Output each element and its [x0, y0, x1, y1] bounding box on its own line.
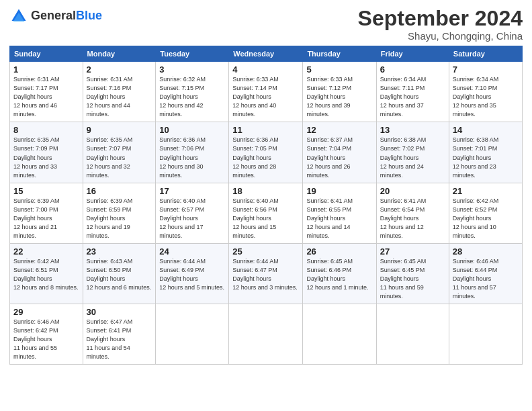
table-row: 25Sunrise: 6:44 AMSunset: 6:47 PMDayligh… — [229, 243, 303, 304]
day-number: 29 — [13, 307, 79, 317]
day-info: Sunrise: 6:43 AMSunset: 6:50 PMDaylight … — [87, 257, 152, 292]
calendar-week-row: 1Sunrise: 6:31 AMSunset: 7:17 PMDaylight… — [10, 62, 523, 122]
table-row: 20Sunrise: 6:41 AMSunset: 6:54 PMDayligh… — [376, 183, 449, 243]
day-number: 25 — [232, 246, 299, 257]
day-info: Sunrise: 6:35 AMSunset: 7:09 PMDaylight … — [13, 136, 79, 179]
day-number: 17 — [159, 186, 225, 196]
day-number: 8 — [13, 125, 79, 135]
table-row: 1Sunrise: 6:31 AMSunset: 7:17 PMDaylight… — [10, 62, 83, 122]
day-info: Sunrise: 6:40 AMSunset: 6:56 PMDaylight … — [232, 197, 299, 240]
col-tuesday: Tuesday — [156, 46, 229, 62]
calendar-header-row: Sunday Monday Tuesday Wednesday Thursday… — [10, 46, 523, 62]
day-number: 12 — [306, 125, 372, 135]
table-row — [303, 304, 376, 365]
table-row: 21Sunrise: 6:42 AMSunset: 6:52 PMDayligh… — [449, 183, 522, 243]
table-row — [229, 304, 303, 365]
table-row: 7Sunrise: 6:34 AMSunset: 7:10 PMDaylight… — [449, 62, 522, 122]
table-row: 2Sunrise: 6:31 AMSunset: 7:16 PMDaylight… — [83, 62, 156, 122]
table-row: 16Sunrise: 6:39 AMSunset: 6:59 PMDayligh… — [83, 183, 156, 243]
day-info: Sunrise: 6:33 AMSunset: 7:14 PMDaylight … — [232, 75, 299, 119]
table-row: 3Sunrise: 6:32 AMSunset: 7:15 PMDaylight… — [156, 62, 229, 122]
page-container: GeneralBlue September 2024 Shayu, Chongq… — [0, 0, 532, 371]
col-thursday: Thursday — [303, 46, 376, 62]
table-row: 30Sunrise: 6:47 AMSunset: 6:41 PMDayligh… — [83, 304, 156, 365]
day-number: 22 — [13, 246, 79, 257]
table-row: 19Sunrise: 6:41 AMSunset: 6:55 PMDayligh… — [303, 183, 376, 243]
day-number: 4 — [232, 64, 299, 75]
calendar-week-row: 29Sunrise: 6:46 AMSunset: 6:42 PMDayligh… — [10, 304, 523, 365]
col-sunday: Sunday — [10, 46, 83, 62]
table-row: 27Sunrise: 6:45 AMSunset: 6:45 PMDayligh… — [376, 243, 449, 304]
month-title: September 2024 — [358, 7, 523, 30]
table-row — [376, 304, 449, 365]
table-row: 15Sunrise: 6:39 AMSunset: 7:00 PMDayligh… — [10, 183, 83, 243]
day-info: Sunrise: 6:33 AMSunset: 7:12 PMDaylight … — [306, 75, 372, 119]
day-number: 23 — [87, 246, 152, 257]
day-info: Sunrise: 6:31 AMSunset: 7:17 PMDaylight … — [13, 75, 79, 119]
day-number: 6 — [380, 64, 445, 75]
day-number: 9 — [87, 125, 152, 135]
calendar-week-row: 15Sunrise: 6:39 AMSunset: 7:00 PMDayligh… — [10, 183, 523, 243]
day-info: Sunrise: 6:45 AMSunset: 6:45 PMDaylight … — [380, 257, 445, 301]
col-friday: Friday — [376, 46, 449, 62]
table-row: 6Sunrise: 6:34 AMSunset: 7:11 PMDaylight… — [376, 62, 449, 122]
table-row: 29Sunrise: 6:46 AMSunset: 6:42 PMDayligh… — [10, 304, 83, 365]
col-monday: Monday — [83, 46, 156, 62]
day-number: 24 — [159, 246, 225, 257]
table-row: 26Sunrise: 6:45 AMSunset: 6:46 PMDayligh… — [303, 243, 376, 304]
day-info: Sunrise: 6:36 AMSunset: 7:05 PMDaylight … — [232, 136, 299, 179]
table-row: 4Sunrise: 6:33 AMSunset: 7:14 PMDaylight… — [229, 62, 303, 122]
table-row: 13Sunrise: 6:38 AMSunset: 7:02 PMDayligh… — [376, 122, 449, 183]
day-number: 18 — [232, 186, 299, 196]
day-number: 15 — [13, 186, 79, 196]
col-saturday: Saturday — [449, 46, 522, 62]
day-number: 10 — [159, 125, 225, 135]
day-number: 7 — [453, 64, 519, 75]
title-block: September 2024 Shayu, Chongqing, China — [358, 7, 523, 42]
day-info: Sunrise: 6:37 AMSunset: 7:04 PMDaylight … — [306, 136, 372, 179]
location: Shayu, Chongqing, China — [358, 30, 523, 42]
table-row: 5Sunrise: 6:33 AMSunset: 7:12 PMDaylight… — [303, 62, 376, 122]
day-info: Sunrise: 6:46 AMSunset: 6:44 PMDaylight … — [453, 257, 519, 301]
table-row — [449, 304, 522, 365]
table-row: 23Sunrise: 6:43 AMSunset: 6:50 PMDayligh… — [83, 243, 156, 304]
table-row: 17Sunrise: 6:40 AMSunset: 6:57 PMDayligh… — [156, 183, 229, 243]
day-info: Sunrise: 6:35 AMSunset: 7:07 PMDaylight … — [87, 136, 152, 179]
calendar-week-row: 8Sunrise: 6:35 AMSunset: 7:09 PMDaylight… — [10, 122, 523, 183]
day-info: Sunrise: 6:39 AMSunset: 6:59 PMDaylight … — [87, 197, 152, 240]
table-row: 11Sunrise: 6:36 AMSunset: 7:05 PMDayligh… — [229, 122, 303, 183]
table-row: 10Sunrise: 6:36 AMSunset: 7:06 PMDayligh… — [156, 122, 229, 183]
day-number: 3 — [159, 64, 225, 75]
table-row: 28Sunrise: 6:46 AMSunset: 6:44 PMDayligh… — [449, 243, 522, 304]
day-number: 14 — [453, 125, 519, 135]
day-number: 26 — [306, 246, 372, 257]
day-info: Sunrise: 6:46 AMSunset: 6:42 PMDaylight … — [13, 318, 79, 361]
day-number: 19 — [306, 186, 372, 196]
col-wednesday: Wednesday — [229, 46, 303, 62]
day-number: 5 — [306, 64, 372, 75]
day-info: Sunrise: 6:34 AMSunset: 7:11 PMDaylight … — [380, 75, 445, 119]
day-info: Sunrise: 6:34 AMSunset: 7:10 PMDaylight … — [453, 75, 519, 119]
day-number: 1 — [13, 64, 79, 75]
day-number: 13 — [380, 125, 445, 135]
table-row: 14Sunrise: 6:38 AMSunset: 7:01 PMDayligh… — [449, 122, 522, 183]
logo-blue-text: Blue — [76, 9, 102, 22]
day-info: Sunrise: 6:42 AMSunset: 6:51 PMDaylight … — [13, 257, 79, 292]
table-row: 8Sunrise: 6:35 AMSunset: 7:09 PMDaylight… — [10, 122, 83, 183]
table-row: 12Sunrise: 6:37 AMSunset: 7:04 PMDayligh… — [303, 122, 376, 183]
day-info: Sunrise: 6:45 AMSunset: 6:46 PMDaylight … — [306, 257, 372, 292]
day-info: Sunrise: 6:38 AMSunset: 7:02 PMDaylight … — [380, 136, 445, 179]
day-info: Sunrise: 6:41 AMSunset: 6:55 PMDaylight … — [306, 197, 372, 240]
day-number: 2 — [87, 64, 152, 75]
day-number: 21 — [453, 186, 519, 196]
day-info: Sunrise: 6:38 AMSunset: 7:01 PMDaylight … — [453, 136, 519, 179]
header: GeneralBlue September 2024 Shayu, Chongq… — [9, 7, 523, 42]
day-info: Sunrise: 6:36 AMSunset: 7:06 PMDaylight … — [159, 136, 225, 179]
day-info: Sunrise: 6:41 AMSunset: 6:54 PMDaylight … — [380, 197, 445, 240]
table-row: 24Sunrise: 6:44 AMSunset: 6:49 PMDayligh… — [156, 243, 229, 304]
day-number: 20 — [380, 186, 445, 196]
day-number: 16 — [87, 186, 152, 196]
day-info: Sunrise: 6:44 AMSunset: 6:47 PMDaylight … — [232, 257, 299, 292]
day-info: Sunrise: 6:32 AMSunset: 7:15 PMDaylight … — [159, 75, 225, 119]
logo-general-text: General — [31, 9, 76, 22]
